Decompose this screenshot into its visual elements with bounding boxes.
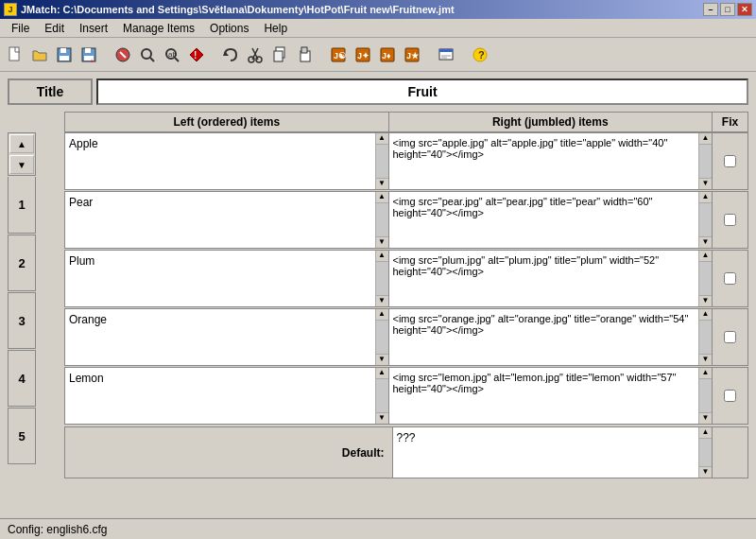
save-as-button[interactable]: + — [77, 43, 100, 66]
paste-button[interactable] — [293, 43, 316, 66]
up-button[interactable]: ▲ — [9, 134, 34, 153]
svg-rect-35 — [439, 49, 453, 52]
save-button[interactable] — [53, 43, 76, 66]
svg-text:J☯: J☯ — [334, 51, 346, 61]
menu-help[interactable]: Help — [256, 20, 295, 37]
scrollbar-left-1: ▲ ▼ — [375, 133, 388, 189]
scrollbar-right-3: ▲ ▼ — [698, 251, 712, 306]
menu-options[interactable]: Options — [202, 20, 256, 37]
left-input-2[interactable]: Pear — [65, 192, 375, 248]
data-columns: Apple ▲ ▼ <img src="apple.jpg" alt="appl… — [64, 132, 748, 478]
table-row: Lemon ▲ ▼ <img src="lemon.jpg" alt="lemo… — [64, 367, 748, 425]
scrollbar-right-5: ▲ ▼ — [698, 368, 712, 424]
main-content: Title Left (ordered) items Right (jumble… — [0, 72, 756, 532]
right-cell-2: <img src="pear.jpg" alt="pear.jpg" title… — [389, 191, 713, 249]
row-num-1: 1 — [8, 177, 36, 234]
find-button[interactable] — [136, 43, 159, 66]
help-button[interactable]: ? — [469, 43, 491, 66]
svg-point-10 — [142, 49, 151, 59]
scrollbar-left-2: ▲ ▼ — [375, 192, 388, 248]
table-row: Plum ▲ ▼ <img src="plum.jpg" alt="plum.j… — [64, 250, 748, 307]
left-input-1[interactable]: Apple — [65, 133, 375, 189]
new-button[interactable] — [4, 43, 26, 66]
right-cell-3: <img src="plum.jpg" alt="plum.jpg" title… — [389, 250, 713, 307]
table-header: Left (ordered) items Right (jumbled) ite… — [64, 112, 748, 132]
left-cell-1: Apple ▲ ▼ — [64, 132, 389, 190]
app-icon: J — [4, 3, 17, 16]
window-title: JMatch: C:\Documents and Settings\Světla… — [21, 4, 455, 15]
preview-button[interactable] — [435, 43, 457, 66]
right-input-3[interactable]: <img src="plum.jpg" alt="plum.jpg" title… — [389, 251, 699, 306]
toolbar: + ab ! J☯ J✦ — [0, 38, 756, 72]
default-label: Default: — [64, 426, 393, 478]
scrollbar-right-1: ▲ ▼ — [698, 133, 712, 189]
menu-file[interactable]: File — [4, 20, 37, 37]
col-header-fix: Fix — [713, 112, 748, 132]
minimize-button[interactable]: – — [703, 3, 718, 16]
svg-text:ab: ab — [168, 50, 177, 59]
title-label: Title — [8, 78, 93, 105]
hotpot3-button[interactable]: J♦ — [376, 43, 399, 66]
copy-button[interactable] — [268, 43, 291, 66]
svg-rect-23 — [274, 51, 283, 61]
left-cell-3: Plum ▲ ▼ — [64, 250, 389, 307]
default-fix-col — [713, 426, 748, 478]
scrollbar-right-4: ▲ ▼ — [698, 309, 712, 365]
left-input-5[interactable]: Lemon — [65, 368, 375, 424]
default-input[interactable]: ??? — [393, 427, 699, 478]
svg-point-21 — [256, 57, 262, 62]
fix-checkbox-1[interactable] — [724, 155, 736, 167]
fix-checkbox-4[interactable] — [724, 331, 736, 343]
right-cell-4: <img src="orange.jpg" alt="orange.jpg" t… — [389, 308, 713, 366]
svg-text:!: ! — [194, 50, 197, 61]
maximize-button[interactable]: □ — [720, 3, 735, 16]
fix-cell-4 — [713, 308, 748, 366]
svg-text:?: ? — [478, 49, 485, 61]
fix-cell-1 — [713, 132, 748, 190]
right-input-4[interactable]: <img src="orange.jpg" alt="orange.jpg" t… — [389, 309, 699, 365]
row-num-4: 4 — [8, 350, 36, 407]
left-cell-5: Lemon ▲ ▼ — [64, 367, 389, 425]
scrollbar-left-5: ▲ ▼ — [375, 368, 388, 424]
svg-line-11 — [150, 58, 154, 61]
find2-button[interactable]: ab — [161, 43, 183, 66]
fix-checkbox-5[interactable] — [724, 390, 736, 402]
erase-button[interactable] — [112, 43, 134, 66]
left-input-4[interactable]: Orange — [65, 309, 375, 365]
right-cell-5: <img src="lemon.jpg" alt="lemon.jpg" tit… — [389, 367, 713, 425]
hotpot4-button[interactable]: J★ — [401, 43, 423, 66]
title-row: Title — [8, 78, 748, 106]
row-num-5: 5 — [8, 408, 36, 464]
cut-button[interactable] — [244, 43, 266, 66]
menu-manage-items[interactable]: Manage Items — [115, 20, 202, 37]
left-input-3[interactable]: Plum — [65, 251, 375, 306]
open-button[interactable] — [28, 43, 51, 66]
svg-text:+: + — [90, 58, 94, 63]
title-input[interactable] — [96, 78, 748, 105]
right-input-5[interactable]: <img src="lemon.jpg" alt="lemon.jpg" tit… — [389, 368, 699, 424]
hotpot1-button[interactable]: J☯ — [327, 43, 350, 66]
rows-area: ▲ ▼ 1 2 3 4 5 Apple — [8, 132, 748, 478]
right-input-2[interactable]: <img src="pear.jpg" alt="pear.jpg" title… — [389, 192, 699, 248]
menu-edit[interactable]: Edit — [37, 20, 72, 37]
right-input-1[interactable]: <img src="apple.jpg" alt="apple.jpg" tit… — [389, 133, 699, 189]
col-header-right: Right (jumbled) items — [389, 112, 713, 132]
delete-button[interactable]: ! — [185, 43, 208, 66]
right-cell-1: <img src="apple.jpg" alt="apple.jpg" tit… — [389, 132, 713, 190]
left-cell-2: Pear ▲ ▼ — [64, 191, 389, 249]
fix-checkbox-2[interactable] — [724, 214, 736, 226]
fix-cell-3 — [713, 250, 748, 307]
menu-insert[interactable]: Insert — [72, 20, 115, 37]
undo-button[interactable] — [219, 43, 242, 66]
svg-text:J★: J★ — [406, 51, 420, 61]
table-row: Pear ▲ ▼ <img src="pear.jpg" alt="pear.j… — [64, 191, 748, 249]
hotpot2-button[interactable]: J✦ — [352, 43, 374, 66]
svg-rect-0 — [9, 47, 19, 61]
close-button[interactable]: ✕ — [737, 3, 752, 16]
scrollbar-default: ▲ ▼ — [698, 427, 712, 478]
status-bar: Config: english6.cfg — [0, 518, 756, 539]
fix-checkbox-3[interactable] — [724, 272, 736, 285]
svg-rect-25 — [301, 47, 307, 53]
down-button[interactable]: ▼ — [9, 155, 34, 174]
title-bar: J JMatch: C:\Documents and Settings\Svět… — [0, 0, 756, 19]
